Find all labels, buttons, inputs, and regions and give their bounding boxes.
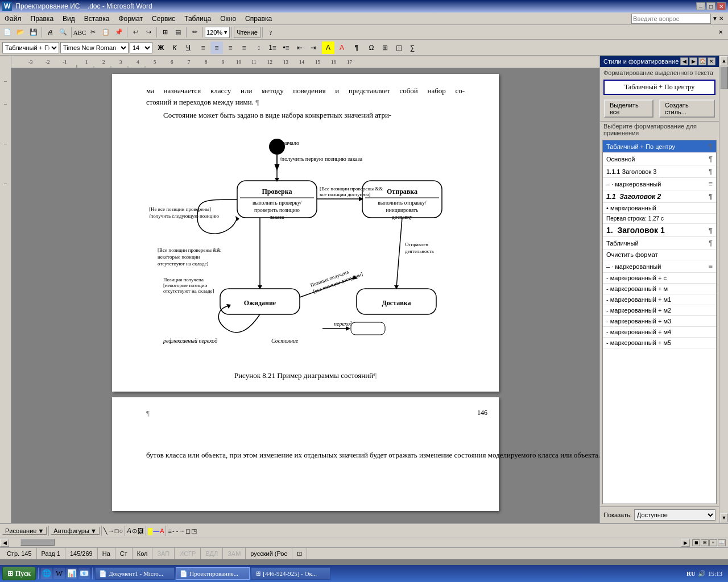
scroll-up-button[interactable]: ▲: [720, 56, 728, 65]
ellipse-tool[interactable]: ○: [119, 527, 123, 534]
shadow-btn[interactable]: ◻: [185, 527, 191, 535]
outline-view-btn[interactable]: ≡: [709, 539, 717, 546]
layout-view-btn[interactable]: ⊞: [701, 539, 709, 546]
style-item-1[interactable]: Основной ¶: [603, 153, 716, 165]
drawing-menu-btn[interactable]: Рисование ▼: [2, 527, 47, 535]
show-selector[interactable]: Доступное Все стили: [634, 509, 715, 521]
panel-forward-button[interactable]: ▶: [689, 57, 697, 65]
search-close-icon[interactable]: ✕: [719, 15, 723, 22]
print-button[interactable]: 🖨: [44, 26, 56, 39]
open-button[interactable]: 📂: [14, 26, 27, 39]
extra-btn4[interactable]: ∑: [406, 41, 419, 54]
redo-button[interactable]: ↪: [142, 26, 155, 39]
autoshapes-btn[interactable]: Автофигуры ▼: [51, 527, 99, 535]
arrow-tool[interactable]: →: [108, 527, 114, 534]
taskbar-item-2[interactable]: 🖥 [446-924-925] - Ок...: [251, 567, 330, 580]
select-all-button[interactable]: Выделить все: [604, 99, 653, 118]
dash-style-btn[interactable]: - -: [172, 527, 178, 534]
new-button[interactable]: 📄: [1, 26, 14, 39]
menu-help[interactable]: Справка: [241, 13, 276, 24]
undo-button[interactable]: ↩: [129, 26, 142, 39]
quicklaunch-ie[interactable]: 🌐: [41, 568, 52, 579]
underline-button[interactable]: Ч: [182, 41, 195, 54]
highlight-button[interactable]: A: [322, 41, 334, 54]
taskbar-item-0[interactable]: 📄 Документ1 - Micro...: [95, 567, 175, 580]
style-item-2[interactable]: 1.1.1 Заголовок 3 ¶: [603, 165, 716, 178]
table-insert-button[interactable]: ⊞: [159, 26, 171, 39]
save-button[interactable]: 💾: [27, 26, 40, 39]
3d-btn[interactable]: ◳: [191, 527, 197, 535]
styles-panel-button[interactable]: ¶: [350, 41, 363, 54]
line-spacing-button[interactable]: ↕: [253, 41, 265, 54]
menu-table[interactable]: Таблица: [180, 13, 216, 24]
style-item-15[interactable]: - маркерованный + м3: [603, 316, 716, 327]
align-right-button[interactable]: ≡: [224, 41, 237, 54]
quicklaunch-outlook[interactable]: 📧: [78, 568, 90, 579]
wordart-btn[interactable]: A: [127, 527, 131, 535]
scroll-left-btn[interactable]: ◀: [0, 539, 9, 547]
style-item-3[interactable]: – · маркерованный ≡: [603, 178, 716, 190]
bold-button[interactable]: Ж: [155, 41, 167, 54]
spell-button[interactable]: ABC: [73, 26, 86, 39]
menu-view[interactable]: Вид: [58, 13, 80, 24]
print-preview-button[interactable]: 🔍: [57, 26, 69, 39]
paste-button[interactable]: 📌: [113, 26, 125, 39]
style-item-10[interactable]: – · маркерованный ≡: [603, 260, 716, 273]
italic-button[interactable]: К: [168, 41, 181, 54]
line-color-btn[interactable]: —: [153, 527, 159, 534]
fill-color-btn[interactable]: ▓: [148, 527, 152, 534]
copy-button[interactable]: 📋: [100, 26, 112, 39]
close-doc-button[interactable]: ✕: [714, 26, 727, 39]
search-dropdown-icon[interactable]: ▼: [712, 15, 718, 22]
style-item-9[interactable]: Очистить формат: [603, 250, 716, 260]
style-item-4[interactable]: 1.1 Заголовок 2 ¶: [603, 190, 716, 203]
menu-edit[interactable]: Правка: [26, 13, 59, 24]
clipart-btn[interactable]: 🖼: [138, 527, 144, 534]
cut-button[interactable]: ✂: [86, 26, 99, 39]
menu-window[interactable]: Окно: [216, 13, 241, 24]
minimize-button[interactable]: –: [696, 2, 705, 10]
style-selector[interactable]: Табличный + По...: [2, 42, 59, 53]
create-style-button[interactable]: Создать стиль...: [659, 99, 715, 118]
style-item-7[interactable]: 1. Заголовок 1 ¶: [603, 224, 716, 237]
panel-close-button[interactable]: ✕: [708, 57, 715, 65]
align-left-button[interactable]: ≡: [197, 41, 209, 54]
normal-view-btn[interactable]: ◼: [692, 539, 700, 546]
line-tool[interactable]: ╲: [104, 527, 107, 535]
extra-btn2[interactable]: ⊞: [379, 41, 391, 54]
indent-increase-button[interactable]: ⇥: [307, 41, 320, 54]
menu-file[interactable]: Файл: [0, 13, 26, 24]
quicklaunch-excel[interactable]: 📊: [66, 568, 77, 579]
style-item-17[interactable]: - маркерованный + м5: [603, 338, 716, 348]
close-button[interactable]: ✕: [717, 2, 726, 10]
line-style-btn[interactable]: ≡: [168, 527, 171, 534]
rect-tool[interactable]: □: [115, 527, 119, 534]
justify-button[interactable]: ≡: [238, 41, 250, 54]
taskbar-item-1[interactable]: 📄 Проектирование...: [176, 567, 250, 580]
h-scroll-thumb[interactable]: [20, 539, 55, 546]
style-item-11[interactable]: - маркерованный + с: [603, 273, 716, 284]
vertical-scrollbar[interactable]: ▲ ▼: [719, 56, 728, 523]
style-item-0[interactable]: Табличный + По центру ¶: [603, 140, 716, 153]
font-color-button[interactable]: A: [336, 41, 348, 54]
scroll-thumb[interactable]: [720, 66, 728, 89]
reading-view-btn[interactable]: 📖: [718, 539, 726, 546]
style-item-8[interactable]: Табличный ¶: [603, 237, 716, 250]
scroll-right-btn[interactable]: ▶: [681, 539, 690, 547]
font-selector[interactable]: Times New Roman: [60, 42, 129, 53]
style-item-12[interactable]: - маркерованный + м: [603, 284, 716, 294]
align-center-button[interactable]: ≡: [210, 41, 223, 54]
quicklaunch-word[interactable]: W: [53, 568, 65, 579]
style-item-16[interactable]: - маркерованный + м4: [603, 327, 716, 338]
list-bullet-button[interactable]: •≡: [280, 41, 292, 54]
arrow-style-btn[interactable]: →: [179, 527, 185, 534]
style-item-13[interactable]: - маркерованный + м1: [603, 294, 716, 305]
drawing-button[interactable]: ✏: [188, 26, 201, 39]
scroll-down-button[interactable]: ▼: [720, 513, 728, 522]
menu-format[interactable]: Формат: [114, 13, 147, 24]
style-item-5[interactable]: • маркированный: [603, 203, 716, 214]
indent-decrease-button[interactable]: ⇤: [293, 41, 306, 54]
menu-insert[interactable]: Вставка: [80, 13, 114, 24]
size-selector[interactable]: 14: [130, 42, 152, 53]
panel-back-button[interactable]: ◀: [680, 57, 688, 65]
